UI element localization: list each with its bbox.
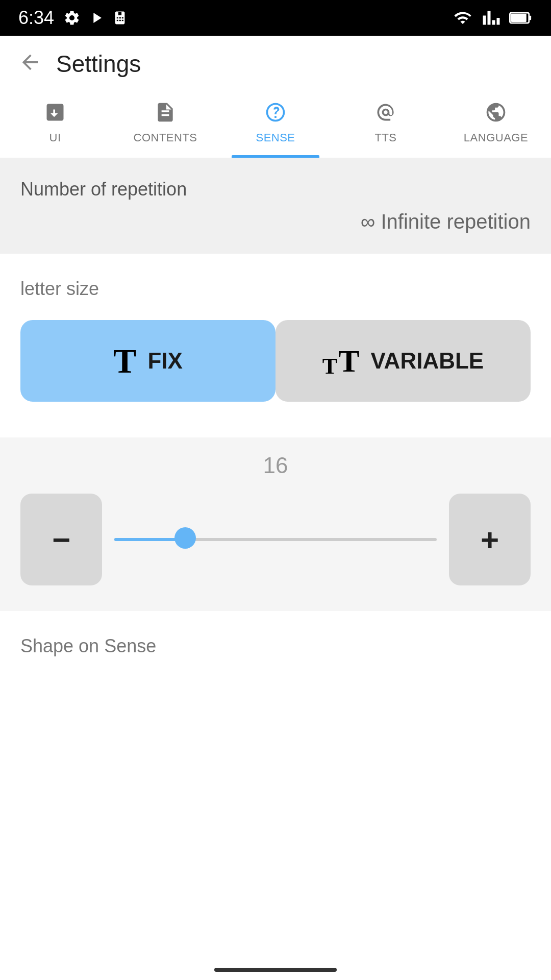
tab-ui-label: UI [49, 131, 61, 144]
globe-icon [485, 101, 507, 128]
page-title: Settings [56, 50, 141, 78]
fix-button-label: FIX [147, 348, 182, 374]
fix-button[interactable]: T FIX [20, 320, 276, 402]
document-icon [154, 101, 177, 128]
repetition-title: Number of repetition [20, 179, 531, 200]
download-box-icon [44, 101, 66, 128]
back-button[interactable] [18, 51, 42, 78]
status-bar: 6:34 [0, 0, 551, 36]
content-area: Number of repetition ∞ Infinite repetiti… [0, 158, 551, 681]
tab-bar: UI CONTENTS SENSE TTS [0, 92, 551, 158]
decrease-button[interactable]: − [20, 494, 102, 585]
home-indicator [214, 968, 337, 972]
tab-contents[interactable]: CONTENTS [110, 92, 220, 158]
signal-icon [482, 9, 501, 27]
fix-icon: T [113, 341, 136, 381]
svg-rect-2 [529, 16, 531, 20]
shape-section: Shape on Sense [0, 611, 551, 681]
variable-button[interactable]: TT VARIABLE [276, 320, 531, 402]
status-icons [63, 9, 128, 27]
status-bar-left: 6:34 [18, 7, 128, 29]
variable-button-label: VARIABLE [371, 348, 484, 374]
status-bar-right [452, 9, 533, 27]
plus-icon: + [481, 522, 499, 558]
shape-on-sense-label: Shape on Sense [20, 635, 531, 657]
play-icon [88, 9, 105, 27]
letter-size-toggle-row: T FIX TT VARIABLE [20, 320, 531, 402]
slider-track-container[interactable] [114, 536, 437, 543]
slider-thumb [174, 527, 196, 549]
slider-section: 16 − + [0, 437, 551, 611]
slider-row: − + [20, 494, 531, 585]
wifi-icon [452, 9, 473, 27]
tab-tts-label: TTS [374, 131, 396, 144]
tts-icon [374, 101, 397, 128]
variable-icon: TT [322, 343, 360, 379]
repetition-section: Number of repetition ∞ Infinite repetiti… [0, 158, 551, 254]
slider-value: 16 [20, 453, 531, 478]
letter-size-label: letter size [20, 278, 531, 300]
letter-size-section: letter size T FIX TT VARIABLE [0, 254, 551, 437]
status-time: 6:34 [18, 7, 54, 29]
app-bar: Settings [0, 36, 551, 92]
tab-language-label: LANGUAGE [464, 131, 528, 144]
minus-icon: − [52, 522, 70, 558]
tab-ui[interactable]: UI [0, 92, 110, 158]
slider-track [114, 538, 437, 541]
tab-tts[interactable]: TTS [331, 92, 441, 158]
tab-sense[interactable]: SENSE [220, 92, 331, 158]
sense-icon [264, 101, 287, 128]
tab-sense-label: SENSE [256, 131, 295, 144]
tab-language[interactable]: LANGUAGE [441, 92, 551, 158]
settings-icon [63, 9, 81, 27]
repetition-value: ∞ Infinite repetition [20, 210, 531, 233]
svg-rect-1 [511, 14, 527, 22]
sim-icon [112, 10, 128, 26]
tab-contents-label: CONTENTS [134, 131, 197, 144]
battery-icon [509, 9, 533, 27]
increase-button[interactable]: + [449, 494, 531, 585]
